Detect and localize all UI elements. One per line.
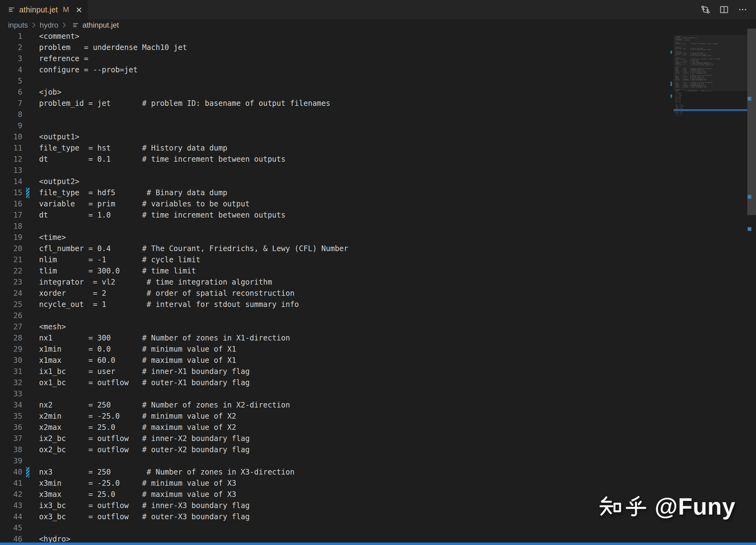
line-number: 17: [0, 209, 22, 221]
code-text: xorder = 2 # order of spatial reconstruc…: [39, 288, 295, 299]
line-number: 14: [0, 176, 22, 187]
line-number: 6: [0, 87, 22, 98]
code-line[interactable]: 27<mesh>: [0, 321, 670, 333]
gutter: [22, 478, 39, 489]
code-line[interactable]: 35x2min = -25.0 # minimum value of X2: [0, 411, 670, 422]
gutter: [22, 344, 39, 355]
code-line[interactable]: 6<job>: [0, 87, 670, 98]
code-line[interactable]: 34nx2 = 250 # Number of zones in X2-dire…: [0, 400, 670, 411]
code-text: file_type = hst # History data dump: [39, 142, 227, 154]
code-line[interactable]: 17dt = 1.0 # time increment between outp…: [0, 209, 670, 221]
gutter: [22, 355, 39, 366]
breadcrumb-item-hydro[interactable]: hydro: [40, 21, 58, 29]
split-editor-button[interactable]: [718, 4, 730, 16]
code-line[interactable]: 37ix2_bc = outflow # inner-X2 boundary f…: [0, 433, 670, 444]
line-number: 12: [0, 154, 22, 165]
code-line[interactable]: 30x1max = 60.0 # maximum value of X1: [0, 355, 670, 366]
line-number: 4: [0, 64, 22, 75]
chevron-right-icon: [60, 21, 68, 29]
scrollbar-thumb[interactable]: [747, 29, 756, 215]
code-editor[interactable]: 1<comment>2problem = underdense Mach10 j…: [0, 31, 670, 545]
line-number: 23: [0, 277, 22, 288]
gutter: [22, 366, 39, 377]
code-line[interactable]: 25ncycle_out = 1 # interval for stdout s…: [0, 299, 670, 310]
code-line[interactable]: 28nx1 = 300 # Number of zones in X1-dire…: [0, 333, 670, 344]
line-number: 25: [0, 299, 22, 310]
code-line[interactable]: 33: [0, 388, 670, 400]
code-line[interactable]: 31ix1_bc = user # inner-X1 boundary flag: [0, 366, 670, 377]
gutter: [22, 333, 39, 344]
code-line[interactable]: 2problem = underdense Mach10 jet: [0, 42, 670, 53]
code-line[interactable]: 29x1min = 0.0 # minimum value of X1: [0, 344, 670, 355]
code-line[interactable]: 38ox2_bc = outflow # outer-X2 boundary f…: [0, 444, 670, 455]
code-text: variable = prim # variables to be output: [39, 198, 250, 209]
line-number: 30: [0, 355, 22, 366]
code-line[interactable]: 14<output2>: [0, 176, 670, 187]
code-line[interactable]: 22tlim = 300.0 # time limit: [0, 265, 670, 277]
gutter: [22, 75, 39, 87]
code-line[interactable]: 39: [0, 455, 670, 467]
minimap[interactable]: <comment> problem = underdense Mach10 je…: [674, 31, 747, 543]
code-line[interactable]: 4configure = --prob=jet: [0, 64, 670, 75]
code-line[interactable]: 5: [0, 75, 670, 87]
gutter: [22, 176, 39, 187]
code-line[interactable]: 12dt = 0.1 # time increment between outp…: [0, 154, 670, 165]
code-line[interactable]: 11file_type = hst # History data dump: [0, 142, 670, 154]
open-changes-button[interactable]: [700, 4, 711, 16]
breadcrumb-item-inputs[interactable]: inputs: [8, 21, 28, 29]
gutter: [22, 489, 39, 500]
code-line[interactable]: 13: [0, 165, 670, 176]
line-number: 11: [0, 142, 22, 154]
gutter: [22, 411, 39, 422]
gutter: [22, 299, 39, 310]
vertical-scrollbar[interactable]: [747, 19, 756, 543]
code-line[interactable]: 9: [0, 120, 670, 131]
code-line[interactable]: 19<time>: [0, 232, 670, 243]
code-text: <time>: [39, 232, 66, 243]
line-number: 9: [0, 120, 22, 131]
gutter: [22, 265, 39, 277]
tab-athinput-jet[interactable]: athinput.jet M ×: [0, 0, 88, 19]
code-line[interactable]: 26: [0, 310, 670, 321]
minimap-modified-marker: [670, 51, 672, 54]
breadcrumb-item-file[interactable]: athinput.jet: [82, 21, 119, 29]
file-list-icon: [7, 6, 16, 14]
code-line[interactable]: 40nx3 = 250 # Number of zones in X3-dire…: [0, 467, 670, 478]
code-line[interactable]: 15file_type = hdf5 # Binary data dump: [0, 187, 670, 198]
code-line[interactable]: 10<output1>: [0, 131, 670, 142]
code-line[interactable]: 24xorder = 2 # order of spatial reconstr…: [0, 288, 670, 299]
code-line[interactable]: 44ox3_bc = outflow # outer-X3 boundary f…: [0, 511, 670, 522]
line-number: 28: [0, 333, 22, 344]
code-line[interactable]: 41x3min = -25.0 # minimum value of X3: [0, 478, 670, 489]
code-line[interactable]: 3reference =: [0, 53, 670, 64]
code-line[interactable]: 36x2max = 25.0 # maximum value of X2: [0, 422, 670, 433]
code-line[interactable]: 16variable = prim # variables to be outp…: [0, 198, 670, 209]
code-line[interactable]: 18: [0, 221, 670, 232]
gutter: [22, 187, 39, 198]
overview-ruler-modified-mark: [748, 97, 751, 100]
gutter: [22, 142, 39, 154]
code-line[interactable]: 42x3max = 25.0 # maximum value of X3: [0, 489, 670, 500]
gutter: [22, 42, 39, 53]
code-text: ox3_bc = outflow # outer-X3 boundary fla…: [39, 511, 250, 522]
code-line[interactable]: 23integrator = vl2 # time integration al…: [0, 277, 670, 288]
chevron-right-icon: [30, 21, 38, 29]
breadcrumb: inputs hydro athinput.jet: [0, 19, 756, 31]
more-actions-button[interactable]: [737, 4, 749, 16]
gutter: [22, 209, 39, 221]
code-line[interactable]: 1<comment>: [0, 31, 670, 42]
line-number: 38: [0, 444, 22, 455]
code-text: ix1_bc = user # inner-X1 boundary flag: [39, 366, 250, 377]
line-number: 42: [0, 489, 22, 500]
code-line[interactable]: 21nlim = -1 # cycle limit: [0, 254, 670, 265]
code-line[interactable]: 43ix3_bc = outflow # inner-X3 boundary f…: [0, 500, 670, 511]
line-number: 35: [0, 411, 22, 422]
code-line[interactable]: 45: [0, 522, 670, 534]
tab-close-icon[interactable]: ×: [76, 4, 82, 15]
code-line[interactable]: 20cfl_number = 0.4 # The Courant, Friedr…: [0, 243, 670, 254]
line-number: 19: [0, 232, 22, 243]
code-line[interactable]: 8: [0, 109, 670, 120]
code-line[interactable]: 7problem_id = jet # problem ID: basename…: [0, 98, 670, 109]
line-number: 18: [0, 221, 22, 232]
code-line[interactable]: 32ox1_bc = outflow # outer-X1 boundary f…: [0, 377, 670, 388]
